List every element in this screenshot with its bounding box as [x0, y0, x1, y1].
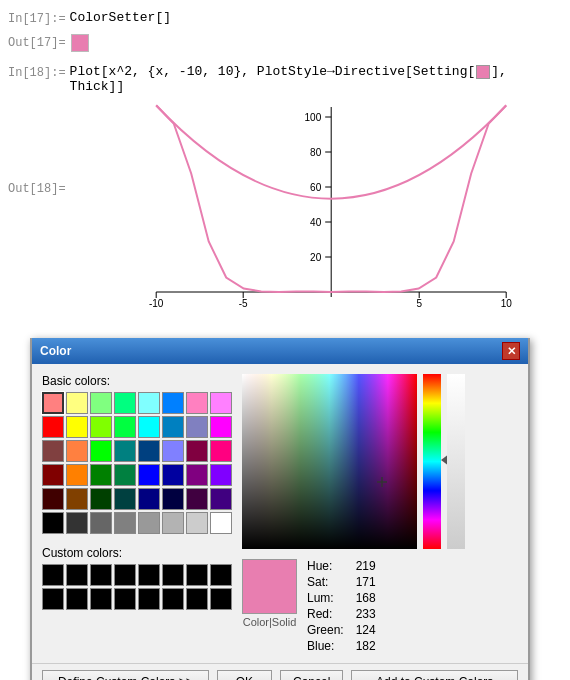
hue-value: 219 — [356, 559, 376, 573]
basic-color-cell[interactable] — [66, 512, 88, 534]
brightness-slider-svg — [447, 374, 465, 549]
custom-color-cell[interactable] — [186, 564, 208, 586]
plot-output: -10 -5 5 10 20 40 60 80 — [70, 102, 562, 312]
cell-out18: Out[18]= -10 -5 5 10 — [0, 100, 570, 314]
cell-content-in17: ColorSetter[] — [70, 10, 562, 25]
custom-color-cell[interactable] — [210, 564, 232, 586]
lum-label: Lum: — [307, 591, 344, 605]
custom-color-cell[interactable] — [138, 564, 160, 586]
custom-color-cell[interactable] — [66, 588, 88, 610]
color-gradient-box[interactable] — [242, 374, 417, 549]
custom-color-cell[interactable] — [162, 564, 184, 586]
cell-label-out18: Out[18]= — [8, 102, 70, 196]
basic-color-cell[interactable] — [186, 488, 208, 510]
add-to-custom-button[interactable]: Add to Custom Colors — [351, 670, 518, 680]
basic-color-cell[interactable] — [210, 512, 232, 534]
basic-color-cell[interactable] — [138, 392, 160, 414]
basic-color-cell[interactable] — [210, 392, 232, 414]
basic-color-cell[interactable] — [186, 512, 208, 534]
basic-color-cell[interactable] — [42, 488, 64, 510]
custom-color-cell[interactable] — [114, 564, 136, 586]
basic-color-cell[interactable] — [138, 416, 160, 438]
basic-color-cell[interactable] — [162, 392, 184, 414]
cell-in17: In[17]:= ColorSetter[] — [0, 8, 570, 28]
basic-color-cell[interactable] — [66, 392, 88, 414]
basic-color-cell[interactable] — [90, 440, 112, 462]
sat-value: 171 — [356, 575, 376, 589]
basic-color-cell[interactable] — [162, 416, 184, 438]
custom-color-cell[interactable] — [114, 588, 136, 610]
custom-colors-section: Custom colors: — [42, 546, 232, 610]
basic-color-cell[interactable] — [186, 416, 208, 438]
basic-colors-label: Basic colors: — [42, 374, 232, 388]
basic-color-cell[interactable] — [162, 512, 184, 534]
close-button[interactable]: ✕ — [502, 342, 520, 360]
basic-color-cell[interactable] — [162, 440, 184, 462]
custom-colors-label: Custom colors: — [42, 546, 232, 560]
basic-color-cell[interactable] — [66, 440, 88, 462]
basic-color-cell[interactable] — [90, 392, 112, 414]
cancel-button[interactable]: Cancel — [280, 670, 343, 680]
basic-color-cell[interactable] — [210, 464, 232, 486]
basic-color-cell[interactable] — [42, 392, 64, 414]
svg-rect-26 — [447, 374, 465, 549]
basic-color-cell[interactable] — [114, 440, 136, 462]
custom-color-cell[interactable] — [186, 588, 208, 610]
basic-color-cell[interactable] — [138, 464, 160, 486]
blue-label: Blue: — [307, 639, 344, 653]
basic-color-cell[interactable] — [186, 440, 208, 462]
basic-color-cell[interactable] — [114, 512, 136, 534]
custom-color-cell[interactable] — [90, 564, 112, 586]
ok-button[interactable]: OK — [217, 670, 272, 680]
basic-color-cell[interactable] — [186, 392, 208, 414]
svg-rect-22 — [242, 374, 417, 549]
basic-color-cell[interactable] — [42, 512, 64, 534]
custom-color-cell[interactable] — [42, 588, 64, 610]
basic-color-cell[interactable] — [66, 416, 88, 438]
basic-color-cell[interactable] — [138, 440, 160, 462]
basic-color-cell[interactable] — [138, 512, 160, 534]
basic-color-cell[interactable] — [210, 440, 232, 462]
custom-color-cell[interactable] — [66, 564, 88, 586]
svg-text:-5: -5 — [238, 298, 247, 309]
custom-color-cell[interactable] — [210, 588, 232, 610]
basic-color-cell[interactable] — [210, 416, 232, 438]
basic-color-cell[interactable] — [66, 488, 88, 510]
right-panel: Color|Solid Hue: 219 Sat: 171 Lum: 168 R… — [242, 374, 465, 653]
basic-color-cell[interactable] — [114, 416, 136, 438]
custom-color-cell[interactable] — [162, 588, 184, 610]
basic-color-cell[interactable] — [42, 440, 64, 462]
custom-color-cell[interactable] — [42, 564, 64, 586]
cell-output-17 — [70, 34, 562, 52]
plot-code: Plot[x^2, {x, -10, 10}, PlotStyle→Direct… — [70, 64, 476, 79]
basic-color-cell[interactable] — [90, 488, 112, 510]
basic-color-cell[interactable] — [66, 464, 88, 486]
basic-color-cell[interactable] — [90, 512, 112, 534]
define-custom-colors-button[interactable]: Define Custom Colors >> — [42, 670, 209, 680]
color-preview-container: Color|Solid — [242, 559, 297, 628]
basic-color-cell[interactable] — [42, 416, 64, 438]
plot-svg: -10 -5 5 10 20 40 60 80 — [70, 102, 562, 312]
basic-color-cell[interactable] — [210, 488, 232, 510]
brightness-slider[interactable] — [447, 374, 465, 549]
basic-color-cell[interactable] — [138, 488, 160, 510]
basic-color-cell[interactable] — [186, 464, 208, 486]
basic-color-cell[interactable] — [162, 488, 184, 510]
output-color-swatch[interactable] — [71, 34, 89, 52]
svg-text:-10: -10 — [149, 298, 164, 309]
dialog-titlebar: Color ✕ — [32, 338, 528, 364]
custom-color-cell[interactable] — [138, 588, 160, 610]
cell-in18: In[18]:= Plot[x^2, {x, -10, 10}, PlotSty… — [0, 62, 570, 96]
basic-color-cell[interactable] — [114, 392, 136, 414]
basic-color-cell[interactable] — [90, 416, 112, 438]
dialog-footer: Define Custom Colors >> OK Cancel Add to… — [32, 663, 528, 680]
hue-slider[interactable] — [423, 374, 441, 549]
basic-color-cell[interactable] — [90, 464, 112, 486]
custom-color-cell[interactable] — [90, 588, 112, 610]
basic-color-cell[interactable] — [114, 488, 136, 510]
plot-color-swatch[interactable] — [476, 65, 490, 79]
basic-color-cell[interactable] — [42, 464, 64, 486]
blue-value: 182 — [356, 639, 376, 653]
basic-color-cell[interactable] — [114, 464, 136, 486]
basic-color-cell[interactable] — [162, 464, 184, 486]
